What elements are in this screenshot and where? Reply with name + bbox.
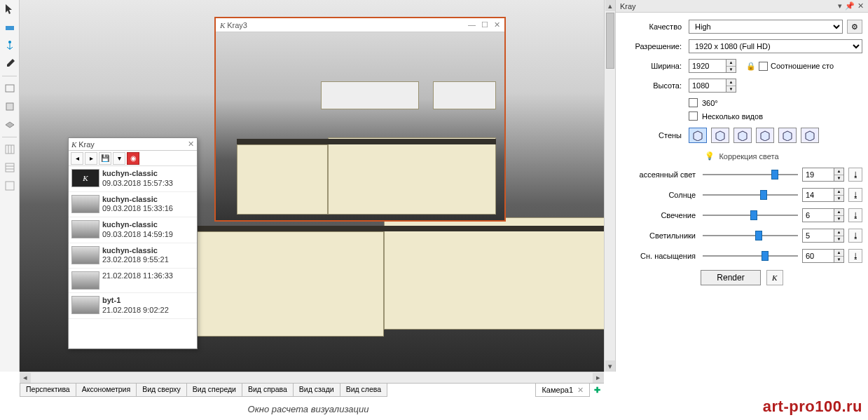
- slider-label-ambient: ассеянный свет: [621, 170, 698, 179]
- wall-view-1[interactable]: [689, 128, 707, 143]
- bulb-icon: 💡: [705, 151, 715, 161]
- slider-label-glow: Свечение: [621, 211, 698, 219]
- reset-icon[interactable]: ⭳: [848, 249, 862, 263]
- slider-sun[interactable]: [703, 189, 798, 201]
- render-button[interactable]: Render: [701, 270, 760, 285]
- list-item[interactable]: byt-121.02.2018 9:02:22: [69, 293, 197, 319]
- tab-camera[interactable]: Камера1 ✕: [535, 384, 590, 397]
- kray-panel-header[interactable]: Kray ▾ 📌 ✕: [616, 0, 868, 13]
- maximize-icon[interactable]: ☐: [481, 20, 488, 29]
- lock-icon[interactable]: 🔒: [746, 62, 756, 71]
- tab-axonometry[interactable]: Аксонометрия: [76, 384, 137, 397]
- close-icon[interactable]: ✕: [188, 140, 194, 149]
- scroll-right-icon[interactable]: ▸: [593, 373, 604, 383]
- tool-grid-b[interactable]: [2, 160, 18, 175]
- light-correction-title: 💡 Коррекция света: [621, 151, 862, 161]
- slider-saturation[interactable]: [703, 250, 798, 262]
- height-field[interactable]: [689, 79, 726, 93]
- width-field[interactable]: [689, 59, 726, 73]
- viewport-vscroll[interactable]: ▴ ▾: [604, 0, 615, 372]
- tb-btn-stop[interactable]: ◉: [127, 152, 139, 165]
- height-stepper[interactable]: ▲▼: [689, 79, 736, 93]
- tool-shape[interactable]: [2, 81, 18, 96]
- cb-360-checkbox[interactable]: [689, 98, 698, 107]
- tb-btn-save[interactable]: 💾: [99, 152, 111, 165]
- minimize-icon[interactable]: —: [468, 20, 476, 29]
- quality-select[interactable]: High: [689, 20, 843, 34]
- tab-top[interactable]: Вид сверху: [137, 384, 187, 397]
- tab-left[interactable]: Вид слева: [340, 384, 387, 397]
- scroll-thumb[interactable]: [606, 13, 614, 69]
- slider-ambient[interactable]: [703, 168, 798, 181]
- add-view-button[interactable]: ✚: [590, 384, 604, 397]
- tool-anchor[interactable]: [2, 38, 18, 53]
- tab-right[interactable]: Вид справа: [242, 384, 294, 397]
- tool-layer[interactable]: [2, 117, 18, 133]
- slider-sun-value[interactable]: [802, 188, 834, 202]
- close-icon[interactable]: ✕: [577, 386, 584, 395]
- multi-views-label: Несколько видов: [702, 112, 763, 121]
- viewport-hscroll[interactable]: ◂ ▸: [20, 372, 604, 383]
- reset-icon[interactable]: ⭳: [848, 188, 862, 202]
- reset-icon[interactable]: ⭳: [848, 208, 862, 222]
- render-preview-window[interactable]: K Kray3 — ☐ ✕: [214, 17, 506, 222]
- step-down-icon[interactable]: ▼: [726, 67, 736, 73]
- tab-back[interactable]: Вид сзади: [294, 384, 340, 397]
- tool-grid-c[interactable]: [2, 178, 18, 194]
- tab-front[interactable]: Вид спереди: [187, 384, 242, 397]
- close-icon[interactable]: ✕: [494, 20, 500, 29]
- slider-label-lamps: Светильники: [621, 231, 698, 240]
- tab-perspective[interactable]: Перспектива: [20, 384, 76, 397]
- width-stepper[interactable]: ▲▼: [689, 59, 736, 73]
- list-item[interactable]: 21.02.2018 11:36:33: [69, 269, 197, 293]
- slider-glow-value[interactable]: [802, 208, 834, 222]
- scroll-up-icon[interactable]: ▴: [605, 0, 615, 11]
- list-item[interactable]: kuchyn-classic09.03.2018 15:33:16: [69, 192, 197, 218]
- list-item[interactable]: kuchyn-classic09.03.2018 14:59:19: [69, 217, 197, 243]
- tool-select[interactable]: [2, 1, 18, 17]
- wall-view-4[interactable]: [756, 128, 774, 143]
- multi-views-checkbox[interactable]: [689, 111, 698, 121]
- cb-360-label: 360°: [702, 99, 718, 107]
- list-item[interactable]: Kkuchyn-classic09.03.2018 15:57:33: [69, 166, 197, 192]
- reset-icon[interactable]: ⭳: [848, 168, 862, 182]
- tool-dropper[interactable]: [2, 56, 18, 72]
- slider-label-sun: Солнце: [621, 191, 698, 199]
- render-list-titlebar[interactable]: K Kray ✕: [69, 138, 197, 151]
- watermark: art-pro100.ru: [763, 398, 862, 416]
- pin-icon[interactable]: 📌: [845, 1, 855, 11]
- slider-saturation-value[interactable]: [802, 249, 834, 263]
- tb-btn-prev[interactable]: ◂: [71, 152, 83, 165]
- slider-lamps[interactable]: [703, 229, 798, 242]
- dropdown-icon[interactable]: ▾: [838, 1, 842, 11]
- slider-lamps-value[interactable]: [802, 229, 834, 243]
- kray-icon: K: [220, 21, 225, 29]
- tool-box[interactable]: [2, 99, 18, 114]
- wall-view-2[interactable]: [711, 128, 729, 143]
- resolution-select[interactable]: 1920 x 1080 (Full HD): [689, 39, 862, 53]
- wall-view-3[interactable]: [733, 128, 752, 143]
- tb-btn-next[interactable]: ▸: [85, 152, 97, 165]
- step-up-icon[interactable]: ▲: [726, 60, 736, 67]
- render-preview-titlebar[interactable]: K Kray3 — ☐ ✕: [216, 18, 504, 32]
- tool-grid-a[interactable]: [2, 142, 18, 157]
- close-icon[interactable]: ✕: [857, 1, 864, 11]
- slider-glow[interactable]: [703, 209, 798, 222]
- wall-view-6[interactable]: [801, 128, 819, 143]
- aspect-ratio-checkbox[interactable]: [759, 62, 768, 71]
- main-viewport[interactable]: K Kray3 — ☐ ✕ K Kray ✕ ◂ ▸ 💾 ▾ ◉: [20, 0, 604, 372]
- kray-extra-button[interactable]: K: [766, 270, 783, 285]
- quality-settings-button[interactable]: ⚙: [847, 20, 862, 34]
- scroll-left-icon[interactable]: ◂: [20, 373, 31, 383]
- reset-icon[interactable]: ⭳: [848, 229, 862, 243]
- step-down-icon[interactable]: ▼: [726, 86, 736, 93]
- render-list-items[interactable]: Kkuchyn-classic09.03.2018 15:57:33 kuchy…: [69, 166, 197, 347]
- list-item[interactable]: kuchyn-classic23.02.2018 9:55:21: [69, 243, 197, 269]
- scroll-down-icon[interactable]: ▾: [605, 360, 615, 372]
- wall-view-5[interactable]: [778, 128, 797, 143]
- render-list-panel[interactable]: K Kray ✕ ◂ ▸ 💾 ▾ ◉ Kkuchyn-classic09.03.…: [68, 137, 198, 349]
- tb-btn-more[interactable]: ▾: [113, 152, 125, 165]
- tool-fill[interactable]: [2, 20, 18, 35]
- step-up-icon[interactable]: ▲: [726, 79, 736, 86]
- slider-ambient-value[interactable]: [802, 168, 834, 182]
